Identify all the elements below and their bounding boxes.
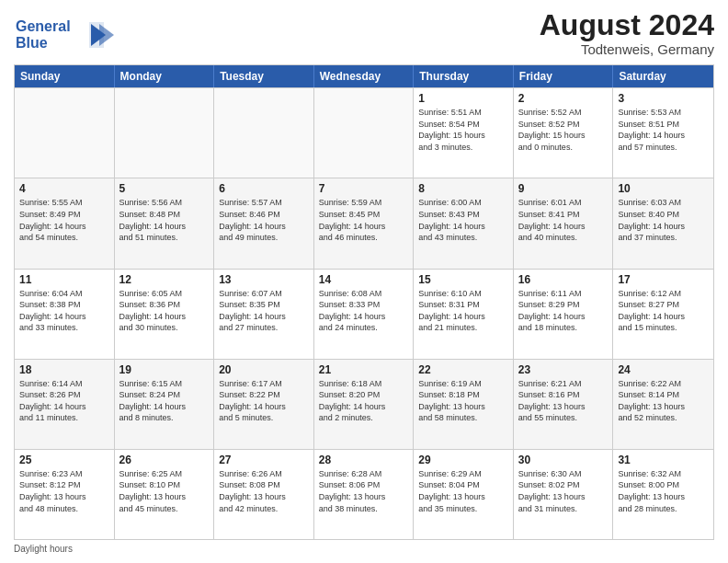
day-cell-25: 25Sunrise: 6:23 AM Sunset: 8:12 PM Dayli… [15,450,115,539]
day-cell-19: 19Sunrise: 6:15 AM Sunset: 8:24 PM Dayli… [115,360,215,449]
day-info: Sunrise: 6:30 AM Sunset: 8:02 PM Dayligh… [518,468,609,514]
day-cell-5: 5Sunrise: 5:56 AM Sunset: 8:48 PM Daylig… [115,178,215,268]
day-info: Sunrise: 6:04 AM Sunset: 8:38 PM Dayligh… [19,288,109,334]
day-number: 26 [119,454,210,466]
day-info: Sunrise: 5:59 AM Sunset: 8:45 PM Dayligh… [319,197,409,243]
day-info: Sunrise: 6:15 AM Sunset: 8:24 PM Dayligh… [119,378,210,424]
calendar-row-1: 1Sunrise: 5:51 AM Sunset: 8:54 PM Daylig… [15,87,713,178]
calendar-row-5: 25Sunrise: 6:23 AM Sunset: 8:12 PM Dayli… [15,449,713,539]
day-number: 27 [219,454,309,466]
day-number: 17 [618,273,709,286]
day-info: Sunrise: 5:51 AM Sunset: 8:54 PM Dayligh… [418,107,508,153]
empty-cell [15,88,115,178]
page: General Blue August 2024 Todtenweis, Ger… [0,0,728,563]
day-info: Sunrise: 6:23 AM Sunset: 8:12 PM Dayligh… [19,468,109,514]
day-cell-8: 8Sunrise: 6:00 AM Sunset: 8:43 PM Daylig… [414,178,514,268]
location-title: Todtenweis, Germany [540,41,714,57]
svg-text:Blue: Blue [16,35,48,51]
day-cell-12: 12Sunrise: 6:05 AM Sunset: 8:36 PM Dayli… [115,270,215,359]
footer-note: Daylight hours [14,544,714,554]
day-number: 20 [219,363,309,376]
day-info: Sunrise: 6:18 AM Sunset: 8:20 PM Dayligh… [319,378,409,424]
day-number: 7 [319,182,409,195]
day-cell-16: 16Sunrise: 6:11 AM Sunset: 8:29 PM Dayli… [514,270,614,359]
day-number: 9 [518,182,609,195]
day-of-week-thursday: Thursday [414,65,514,87]
day-of-week-tuesday: Tuesday [214,65,314,87]
day-number: 28 [319,454,409,466]
day-info: Sunrise: 6:32 AM Sunset: 8:00 PM Dayligh… [618,468,709,514]
day-cell-28: 28Sunrise: 6:28 AM Sunset: 8:06 PM Dayli… [314,450,415,539]
title-block: August 2024 Todtenweis, Germany [540,9,714,57]
day-number: 23 [518,363,609,376]
day-info: Sunrise: 5:53 AM Sunset: 8:51 PM Dayligh… [618,107,709,153]
day-info: Sunrise: 5:52 AM Sunset: 8:52 PM Dayligh… [518,107,609,153]
day-cell-20: 20Sunrise: 6:17 AM Sunset: 8:22 PM Dayli… [214,360,314,449]
svg-text:General: General [16,18,71,34]
day-number: 16 [518,273,609,286]
day-number: 11 [19,273,109,286]
day-cell-29: 29Sunrise: 6:29 AM Sunset: 8:04 PM Dayli… [414,450,514,539]
day-info: Sunrise: 6:25 AM Sunset: 8:10 PM Dayligh… [119,468,210,514]
day-info: Sunrise: 6:19 AM Sunset: 8:18 PM Dayligh… [418,378,508,424]
day-cell-23: 23Sunrise: 6:21 AM Sunset: 8:16 PM Dayli… [514,360,614,449]
day-info: Sunrise: 6:26 AM Sunset: 8:08 PM Dayligh… [219,468,309,514]
day-cell-6: 6Sunrise: 5:57 AM Sunset: 8:46 PM Daylig… [214,178,314,268]
day-cell-2: 2Sunrise: 5:52 AM Sunset: 8:52 PM Daylig… [514,88,614,178]
day-number: 15 [418,273,508,286]
day-cell-22: 22Sunrise: 6:19 AM Sunset: 8:18 PM Dayli… [414,360,514,449]
day-number: 5 [119,182,210,195]
day-info: Sunrise: 6:07 AM Sunset: 8:35 PM Dayligh… [219,288,309,334]
day-info: Sunrise: 6:08 AM Sunset: 8:33 PM Dayligh… [319,288,409,334]
day-cell-7: 7Sunrise: 5:59 AM Sunset: 8:45 PM Daylig… [314,178,415,268]
calendar-row-3: 11Sunrise: 6:04 AM Sunset: 8:38 PM Dayli… [15,269,713,359]
day-info: Sunrise: 6:28 AM Sunset: 8:06 PM Dayligh… [319,468,409,514]
day-info: Sunrise: 6:10 AM Sunset: 8:31 PM Dayligh… [418,288,508,334]
day-number: 18 [19,363,109,376]
day-cell-9: 9Sunrise: 6:01 AM Sunset: 8:41 PM Daylig… [514,178,614,268]
day-of-week-wednesday: Wednesday [314,65,415,87]
day-cell-14: 14Sunrise: 6:08 AM Sunset: 8:33 PM Dayli… [314,270,415,359]
day-number: 29 [418,454,508,466]
calendar-header: SundayMondayTuesdayWednesdayThursdayFrid… [15,65,713,87]
day-info: Sunrise: 6:01 AM Sunset: 8:41 PM Dayligh… [518,197,609,243]
day-info: Sunrise: 5:57 AM Sunset: 8:46 PM Dayligh… [219,197,309,243]
day-cell-21: 21Sunrise: 6:18 AM Sunset: 8:20 PM Dayli… [314,360,415,449]
day-info: Sunrise: 6:05 AM Sunset: 8:36 PM Dayligh… [119,288,210,334]
day-number: 10 [618,182,709,195]
day-of-week-saturday: Saturday [613,65,713,87]
day-number: 8 [418,182,508,195]
day-cell-27: 27Sunrise: 6:26 AM Sunset: 8:08 PM Dayli… [214,450,314,539]
day-number: 31 [618,454,709,466]
day-cell-13: 13Sunrise: 6:07 AM Sunset: 8:35 PM Dayli… [214,270,314,359]
empty-cell [214,88,314,178]
day-info: Sunrise: 6:22 AM Sunset: 8:14 PM Dayligh… [618,378,709,424]
day-number: 12 [119,273,210,286]
logo: General Blue [14,13,115,57]
day-info: Sunrise: 6:17 AM Sunset: 8:22 PM Dayligh… [219,378,309,424]
day-cell-30: 30Sunrise: 6:30 AM Sunset: 8:02 PM Dayli… [514,450,614,539]
day-number: 6 [219,182,309,195]
day-info: Sunrise: 6:21 AM Sunset: 8:16 PM Dayligh… [518,378,609,424]
day-number: 25 [19,454,109,466]
day-cell-11: 11Sunrise: 6:04 AM Sunset: 8:38 PM Dayli… [15,270,115,359]
day-number: 24 [618,363,709,376]
day-cell-3: 3Sunrise: 5:53 AM Sunset: 8:51 PM Daylig… [613,88,713,178]
day-info: Sunrise: 6:14 AM Sunset: 8:26 PM Dayligh… [19,378,109,424]
day-info: Sunrise: 6:29 AM Sunset: 8:04 PM Dayligh… [418,468,508,514]
calendar-body: 1Sunrise: 5:51 AM Sunset: 8:54 PM Daylig… [15,87,713,539]
day-info: Sunrise: 6:12 AM Sunset: 8:27 PM Dayligh… [618,288,709,334]
day-cell-15: 15Sunrise: 6:10 AM Sunset: 8:31 PM Dayli… [414,270,514,359]
header: General Blue August 2024 Todtenweis, Ger… [14,9,714,57]
day-info: Sunrise: 5:55 AM Sunset: 8:49 PM Dayligh… [19,197,109,243]
day-cell-31: 31Sunrise: 6:32 AM Sunset: 8:00 PM Dayli… [613,450,713,539]
day-cell-10: 10Sunrise: 6:03 AM Sunset: 8:40 PM Dayli… [613,178,713,268]
day-number: 14 [319,273,409,286]
logo-text: General Blue [14,13,115,57]
calendar-row-2: 4Sunrise: 5:55 AM Sunset: 8:49 PM Daylig… [15,178,713,268]
day-number: 1 [418,92,508,105]
day-cell-1: 1Sunrise: 5:51 AM Sunset: 8:54 PM Daylig… [414,88,514,178]
day-of-week-monday: Monday [115,65,215,87]
calendar: SundayMondayTuesdayWednesdayThursdayFrid… [14,64,714,540]
day-number: 2 [518,92,609,105]
